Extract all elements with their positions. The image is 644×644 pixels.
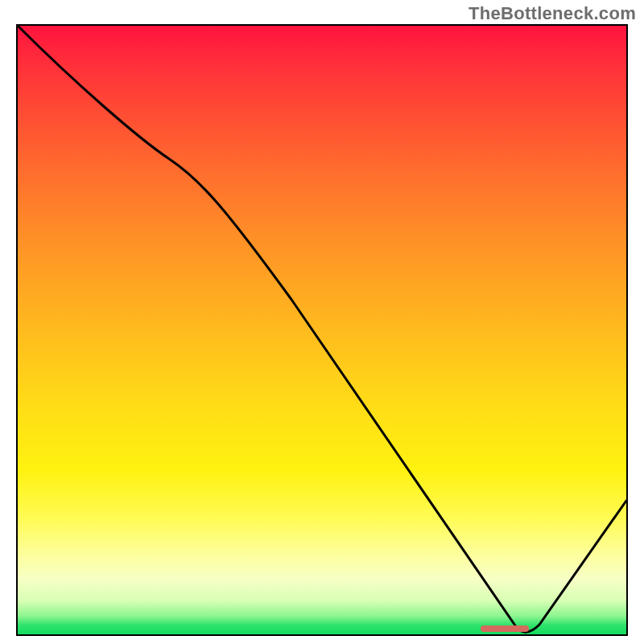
plot-area bbox=[16, 24, 628, 636]
curve-path bbox=[18, 26, 626, 632]
optimal-range-marker bbox=[481, 625, 529, 632]
chart-container: TheBottleneck.com bbox=[0, 0, 644, 644]
bottleneck-curve bbox=[18, 26, 626, 634]
watermark-text: TheBottleneck.com bbox=[469, 3, 636, 24]
